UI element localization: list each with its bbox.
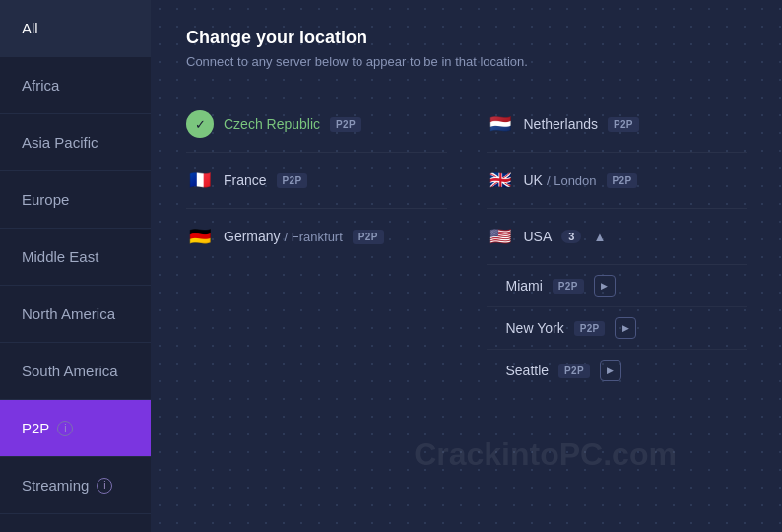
sublocation-miami[interactable]: MiamiP2P▶ [487, 265, 748, 307]
badge-germany: P2P [353, 230, 384, 244]
page-title: Change your location [186, 28, 747, 48]
sublocation-name-miami: Miami [506, 278, 543, 294]
sidebar-item-all[interactable]: All [0, 0, 151, 57]
sidebar-label-africa: Africa [22, 77, 59, 94]
sublocation-badge-new-york: P2P [574, 321, 606, 336]
sidebar-item-streaming[interactable]: Streamingi [0, 457, 151, 514]
main-content: Change your location Connect to any serv… [151, 0, 782, 532]
flag-usa: 🇺🇸 [487, 223, 514, 250]
info-icon-streaming[interactable]: i [97, 478, 112, 494]
server-row-czech[interactable]: ✓Czech RepublicP2P [186, 97, 447, 153]
sidebar-label-p2p: P2P [22, 420, 49, 436]
server-name-czech: Czech Republic [224, 116, 320, 132]
server-col-right: 🇳🇱NetherlandsP2P🇬🇧UK/ LondonP2P🇺🇸USA3▲Mi… [487, 97, 748, 391]
sublocation-new-york[interactable]: New YorkP2P▶ [487, 307, 748, 350]
server-name-usa: USA [524, 229, 553, 244]
server-row-netherlands[interactable]: 🇳🇱NetherlandsP2P [487, 97, 748, 153]
server-name-text-france: France [224, 172, 267, 188]
sidebar-item-p2p[interactable]: P2Pi [0, 400, 151, 457]
sidebar-item-north-america[interactable]: North America [0, 286, 151, 343]
server-name-germany: Germany/ Frankfurt [224, 229, 343, 244]
server-name-text-netherlands: Netherlands [524, 116, 599, 132]
server-row-usa[interactable]: 🇺🇸USA3▲ [487, 209, 748, 265]
badge-netherlands: P2P [608, 117, 639, 132]
sidebar-label-middle-east: Middle East [22, 248, 98, 265]
server-sub-uk: / London [547, 173, 597, 188]
sidebar-label-all: All [22, 20, 38, 36]
sidebar-item-south-america[interactable]: South America [0, 343, 151, 400]
sublocations-usa: MiamiP2P▶New YorkP2P▶SeattleP2P▶ [487, 265, 748, 391]
flag-france: 🇫🇷 [186, 166, 214, 194]
sidebar-item-asia-pacific[interactable]: Asia Pacific [0, 114, 151, 171]
info-icon-p2p[interactable]: i [57, 421, 73, 436]
sidebar-item-europe[interactable]: Europe [0, 171, 151, 229]
play-btn-seattle[interactable]: ▶ [600, 360, 621, 381]
server-name-text-germany: Germany [224, 229, 281, 244]
sublocation-badge-seattle: P2P [558, 364, 590, 378]
server-name-netherlands: Netherlands [524, 116, 599, 132]
sidebar-label-europe: Europe [22, 191, 69, 208]
sidebar-label-north-america: North America [22, 305, 115, 322]
check-icon-czech: ✓ [186, 110, 214, 138]
sidebar-label-streaming: Streaming [22, 477, 89, 494]
sidebar-label-south-america: South America [22, 363, 118, 379]
sublocation-seattle[interactable]: SeattleP2P▶ [487, 350, 748, 391]
flag-netherlands: 🇳🇱 [487, 110, 514, 138]
server-col-left: ✓Czech RepublicP2P🇫🇷FranceP2P🇩🇪Germany/ … [186, 97, 447, 391]
server-name-text-usa: USA [524, 229, 553, 244]
sidebar-item-middle-east[interactable]: Middle East [0, 229, 151, 286]
server-row-germany[interactable]: 🇩🇪Germany/ FrankfurtP2P [186, 209, 447, 264]
badge-uk: P2P [607, 173, 638, 188]
page-subtitle: Connect to any server below to appear to… [186, 54, 747, 69]
play-btn-miami[interactable]: ▶ [594, 275, 616, 297]
server-name-text-uk: UK [524, 172, 543, 188]
server-sub-germany: / Frankfurt [285, 230, 343, 244]
sidebar-item-africa[interactable]: Africa [0, 57, 151, 114]
flag-uk: 🇬🇧 [487, 166, 514, 194]
sidebar: AllAfricaAsia PacificEuropeMiddle EastNo… [0, 0, 151, 532]
badge-czech: P2P [330, 117, 361, 132]
count-badge-usa: 3 [561, 230, 581, 243]
sidebar-label-asia-pacific: Asia Pacific [22, 134, 98, 151]
play-btn-new-york[interactable]: ▶ [615, 317, 636, 339]
sublocation-badge-miami: P2P [553, 279, 584, 294]
server-row-france[interactable]: 🇫🇷FranceP2P [186, 153, 447, 209]
flag-germany: 🇩🇪 [186, 223, 214, 250]
badge-france: P2P [277, 173, 308, 188]
server-row-uk[interactable]: 🇬🇧UK/ LondonP2P [487, 153, 748, 209]
expand-btn-usa[interactable]: ▲ [591, 230, 608, 244]
server-name-text-czech: Czech Republic [224, 116, 320, 132]
server-name-uk: UK/ London [524, 172, 597, 188]
sublocation-name-seattle: Seattle [506, 363, 550, 378]
server-grid: ✓Czech RepublicP2P🇫🇷FranceP2P🇩🇪Germany/ … [186, 97, 747, 391]
server-name-france: France [224, 172, 267, 188]
sublocation-name-new-york: New York [506, 320, 564, 336]
